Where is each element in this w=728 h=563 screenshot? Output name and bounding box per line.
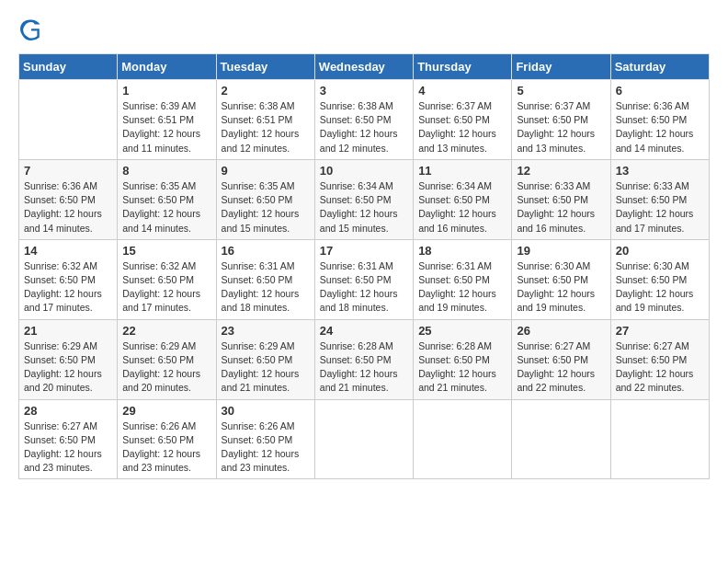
calendar-cell: 10Sunrise: 6:34 AM Sunset: 6:50 PM Dayli… [314,159,413,239]
calendar-cell: 8Sunrise: 6:35 AM Sunset: 6:50 PM Daylig… [118,159,216,239]
logo-icon [20,18,42,40]
day-number: 19 [517,244,605,258]
day-info: Sunrise: 6:27 AM Sunset: 6:50 PM Dayligh… [616,339,704,396]
logo [18,18,44,44]
day-number: 30 [222,404,310,418]
day-number: 23 [222,324,310,338]
day-info: Sunrise: 6:31 AM Sunset: 6:50 PM Dayligh… [418,259,506,316]
day-number: 24 [320,324,408,338]
calendar-cell [19,80,118,160]
day-info: Sunrise: 6:28 AM Sunset: 6:50 PM Dayligh… [320,339,408,396]
day-info: Sunrise: 6:33 AM Sunset: 6:50 PM Dayligh… [616,179,704,236]
header-cell-wednesday: Wednesday [314,54,413,80]
day-info: Sunrise: 6:37 AM Sunset: 6:50 PM Dayligh… [517,99,605,155]
page-header [18,18,710,44]
day-number: 28 [24,404,112,418]
calendar-cell: 19Sunrise: 6:30 AM Sunset: 6:50 PM Dayli… [512,239,610,319]
day-number: 8 [122,164,210,178]
calendar-cell [512,399,610,479]
day-info: Sunrise: 6:35 AM Sunset: 6:50 PM Dayligh… [222,179,310,236]
calendar-cell: 24Sunrise: 6:28 AM Sunset: 6:50 PM Dayli… [314,319,413,399]
day-number: 7 [24,164,112,178]
day-info: Sunrise: 6:31 AM Sunset: 6:50 PM Dayligh… [222,259,310,316]
day-number: 26 [517,324,605,338]
day-number: 6 [616,84,704,98]
calendar-header: SundayMondayTuesdayWednesdayThursdayFrid… [19,54,710,80]
day-info: Sunrise: 6:37 AM Sunset: 6:50 PM Dayligh… [418,99,506,155]
calendar-cell [414,399,512,479]
calendar-cell: 6Sunrise: 6:36 AM Sunset: 6:50 PM Daylig… [610,80,709,160]
calendar-week-3: 14Sunrise: 6:32 AM Sunset: 6:50 PM Dayli… [19,239,710,319]
day-number: 16 [222,244,310,258]
calendar-cell: 25Sunrise: 6:28 AM Sunset: 6:50 PM Dayli… [414,319,512,399]
calendar-body: 1Sunrise: 6:39 AM Sunset: 6:51 PM Daylig… [19,80,710,479]
day-number: 3 [320,84,408,98]
calendar-cell: 28Sunrise: 6:27 AM Sunset: 6:50 PM Dayli… [19,399,118,479]
day-number: 29 [122,404,210,418]
calendar-cell: 14Sunrise: 6:32 AM Sunset: 6:50 PM Dayli… [19,239,118,319]
day-info: Sunrise: 6:29 AM Sunset: 6:50 PM Dayligh… [24,339,112,396]
day-info: Sunrise: 6:27 AM Sunset: 6:50 PM Dayligh… [517,339,605,396]
calendar-cell: 20Sunrise: 6:30 AM Sunset: 6:50 PM Dayli… [610,239,709,319]
day-info: Sunrise: 6:39 AM Sunset: 6:51 PM Dayligh… [122,99,210,155]
day-info: Sunrise: 6:35 AM Sunset: 6:50 PM Dayligh… [122,179,210,236]
day-info: Sunrise: 6:38 AM Sunset: 6:51 PM Dayligh… [222,99,310,155]
calendar-cell: 1Sunrise: 6:39 AM Sunset: 6:51 PM Daylig… [118,80,216,160]
calendar-cell: 4Sunrise: 6:37 AM Sunset: 6:50 PM Daylig… [414,80,512,160]
day-number: 15 [122,244,210,258]
day-number: 20 [616,244,704,258]
day-info: Sunrise: 6:31 AM Sunset: 6:50 PM Dayligh… [320,259,408,316]
calendar-cell: 7Sunrise: 6:36 AM Sunset: 6:50 PM Daylig… [19,159,118,239]
day-info: Sunrise: 6:27 AM Sunset: 6:50 PM Dayligh… [24,419,112,476]
calendar-cell: 11Sunrise: 6:34 AM Sunset: 6:50 PM Dayli… [414,159,512,239]
day-number: 14 [24,244,112,258]
calendar-cell: 23Sunrise: 6:29 AM Sunset: 6:50 PM Dayli… [216,319,314,399]
calendar-cell: 2Sunrise: 6:38 AM Sunset: 6:51 PM Daylig… [216,80,314,160]
calendar-cell: 9Sunrise: 6:35 AM Sunset: 6:50 PM Daylig… [216,159,314,239]
calendar-cell: 26Sunrise: 6:27 AM Sunset: 6:50 PM Dayli… [512,319,610,399]
day-info: Sunrise: 6:34 AM Sunset: 6:50 PM Dayligh… [320,179,408,236]
calendar-cell: 21Sunrise: 6:29 AM Sunset: 6:50 PM Dayli… [19,319,118,399]
header-cell-tuesday: Tuesday [216,54,314,80]
day-info: Sunrise: 6:38 AM Sunset: 6:50 PM Dayligh… [320,99,408,155]
day-info: Sunrise: 6:36 AM Sunset: 6:50 PM Dayligh… [616,99,704,155]
header-cell-friday: Friday [512,54,610,80]
day-info: Sunrise: 6:26 AM Sunset: 6:50 PM Dayligh… [222,419,310,476]
day-info: Sunrise: 6:33 AM Sunset: 6:50 PM Dayligh… [517,179,605,236]
day-number: 2 [222,84,310,98]
day-info: Sunrise: 6:32 AM Sunset: 6:50 PM Dayligh… [122,259,210,316]
day-number: 9 [222,164,310,178]
day-info: Sunrise: 6:26 AM Sunset: 6:50 PM Dayligh… [122,419,210,476]
header-cell-saturday: Saturday [610,54,709,80]
calendar-table: SundayMondayTuesdayWednesdayThursdayFrid… [18,53,710,479]
calendar-week-5: 28Sunrise: 6:27 AM Sunset: 6:50 PM Dayli… [19,399,710,479]
header-row: SundayMondayTuesdayWednesdayThursdayFrid… [19,54,710,80]
day-info: Sunrise: 6:28 AM Sunset: 6:50 PM Dayligh… [418,339,506,396]
day-number: 4 [418,84,506,98]
day-number: 25 [418,324,506,338]
calendar-cell: 30Sunrise: 6:26 AM Sunset: 6:50 PM Dayli… [216,399,314,479]
day-info: Sunrise: 6:32 AM Sunset: 6:50 PM Dayligh… [24,259,112,316]
day-number: 18 [418,244,506,258]
header-cell-monday: Monday [118,54,216,80]
calendar-cell: 29Sunrise: 6:26 AM Sunset: 6:50 PM Dayli… [118,399,216,479]
day-number: 1 [122,84,210,98]
calendar-week-1: 1Sunrise: 6:39 AM Sunset: 6:51 PM Daylig… [19,80,710,160]
day-number: 12 [517,164,605,178]
day-number: 5 [517,84,605,98]
day-info: Sunrise: 6:29 AM Sunset: 6:50 PM Dayligh… [222,339,310,396]
day-number: 11 [418,164,506,178]
calendar-cell: 13Sunrise: 6:33 AM Sunset: 6:50 PM Dayli… [610,159,709,239]
calendar-cell: 18Sunrise: 6:31 AM Sunset: 6:50 PM Dayli… [414,239,512,319]
calendar-cell: 5Sunrise: 6:37 AM Sunset: 6:50 PM Daylig… [512,80,610,160]
calendar-cell: 16Sunrise: 6:31 AM Sunset: 6:50 PM Dayli… [216,239,314,319]
day-number: 10 [320,164,408,178]
header-cell-sunday: Sunday [19,54,118,80]
calendar-cell: 22Sunrise: 6:29 AM Sunset: 6:50 PM Dayli… [118,319,216,399]
day-number: 17 [320,244,408,258]
day-info: Sunrise: 6:30 AM Sunset: 6:50 PM Dayligh… [517,259,605,316]
calendar-cell: 27Sunrise: 6:27 AM Sunset: 6:50 PM Dayli… [610,319,709,399]
day-info: Sunrise: 6:36 AM Sunset: 6:50 PM Dayligh… [24,179,112,236]
day-number: 13 [616,164,704,178]
day-info: Sunrise: 6:30 AM Sunset: 6:50 PM Dayligh… [616,259,704,316]
